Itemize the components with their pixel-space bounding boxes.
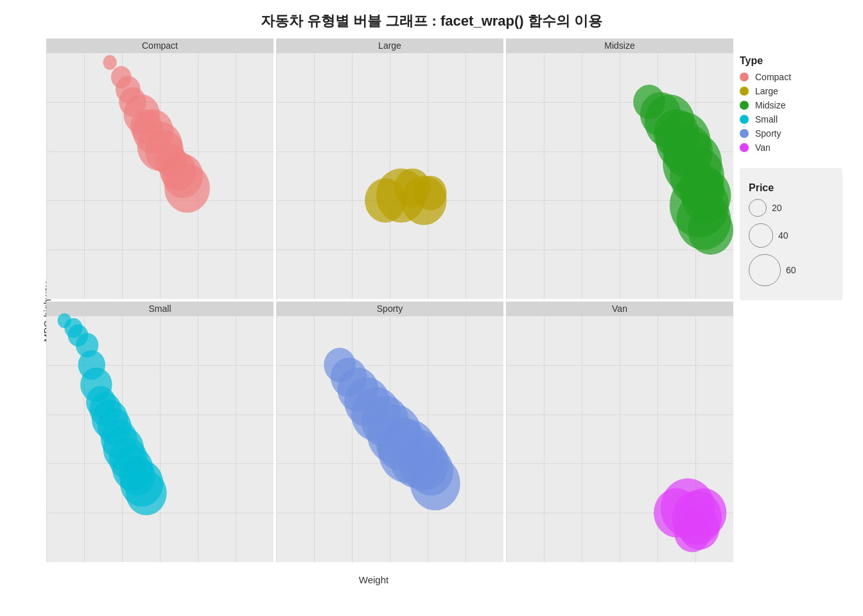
price-circle-row-60: 60 [749, 254, 833, 286]
svg-point-0 [103, 55, 117, 70]
bubbles-midsize [506, 53, 733, 299]
legend-dot-midsize [740, 101, 749, 110]
facet-header-midsize: Midsize [506, 38, 733, 53]
legend-item-van: Van [740, 142, 842, 153]
facet-plot-compact [46, 53, 274, 299]
facet-panel-van: Van [506, 302, 733, 562]
facet-header-small: Small [46, 302, 274, 316]
facet-plot-large [276, 53, 503, 299]
legend-dot-small [740, 115, 749, 124]
svg-point-30 [688, 205, 733, 255]
svg-point-47 [126, 471, 167, 515]
legend-label-midsize: Midsize [755, 100, 785, 110]
facet-panel-sporty: Sporty [276, 302, 503, 562]
legend-types: Compact Large Midsize Small Sporty Van [740, 72, 842, 157]
svg-point-12 [164, 164, 210, 213]
legend-label-sporty: Sporty [755, 128, 781, 139]
facet-panel-compact: Compact [46, 38, 274, 299]
bubbles-small [46, 316, 274, 562]
price-circle-60 [749, 254, 781, 286]
legend-area: Type Compact Large Midsize Small Sporty [733, 36, 849, 588]
legend-price-section: Price 20 40 60 [740, 168, 842, 300]
price-label-20: 20 [772, 203, 782, 213]
legend-label-large: Large [755, 86, 778, 96]
legend-item-midsize: Midsize [740, 100, 842, 110]
legend-label-small: Small [755, 114, 778, 124]
facet-plot-small [46, 316, 274, 562]
facet-panel-small: Small [46, 302, 274, 562]
legend-item-compact: Compact [740, 72, 842, 82]
facet-header-large: Large [276, 38, 503, 53]
price-circle-row-20: 20 [749, 199, 833, 217]
svg-point-66 [674, 513, 711, 552]
chart-title: 자동차 유형별 버블 그래프 : facet_wrap() 함수의 이용 [261, 12, 602, 31]
facet-plot-van [506, 316, 733, 562]
legend-label-compact: Compact [755, 72, 791, 82]
legend-item-small: Small [740, 114, 842, 124]
svg-point-60 [410, 456, 460, 510]
bubbles-sporty [276, 316, 503, 562]
legend-dot-compact [740, 73, 749, 81]
legend-item-sporty: Sporty [740, 128, 842, 139]
bubbles-compact [46, 53, 274, 299]
bubbles-large [276, 53, 503, 299]
legend-type-title: Type [740, 55, 842, 67]
price-circle-20 [749, 199, 767, 217]
facet-header-compact: Compact [46, 38, 274, 53]
bubbles-van [506, 316, 733, 562]
legend-item-large: Large [740, 86, 842, 96]
price-circle-row-40: 40 [749, 223, 833, 248]
legend-dot-large [740, 87, 749, 96]
facet-panel-midsize: Midsize [506, 38, 733, 299]
facet-header-van: Van [506, 302, 733, 316]
legend-dot-sporty [740, 129, 749, 138]
facet-plot-sporty [276, 316, 503, 562]
legend-label-van: Van [755, 142, 771, 153]
plot-area: MPG.highway Compact [14, 36, 733, 588]
legend-dot-van [740, 143, 749, 152]
legend-price-title: Price [749, 182, 833, 194]
price-label-60: 60 [786, 265, 796, 275]
price-circle-40 [749, 223, 773, 248]
x-axis-label: Weight [359, 574, 388, 585]
facet-header-sporty: Sporty [276, 302, 503, 316]
facet-grid: Compact [46, 38, 733, 562]
facet-panel-large: Large [276, 38, 503, 299]
main-container: MPG.highway Compact [14, 36, 849, 588]
price-label-40: 40 [778, 230, 789, 241]
facet-plot-midsize [506, 53, 733, 299]
svg-point-17 [415, 176, 447, 210]
